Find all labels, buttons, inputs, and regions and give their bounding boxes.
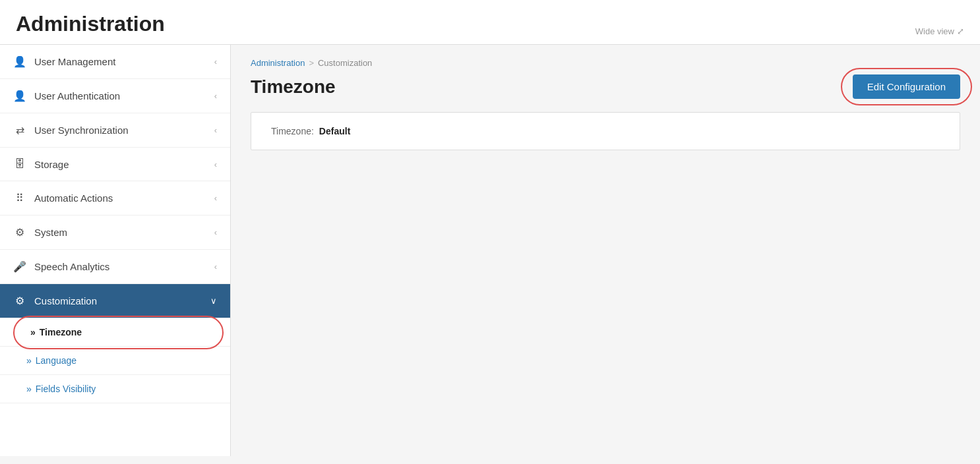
timezone-value: Default	[319, 126, 350, 136]
sub-item-wrapper-timezone: »Timezone	[0, 318, 230, 347]
sidebar-item-customization[interactable]: ⚙ Customization ∨	[0, 284, 230, 318]
sub-item-wrapper-fields-visibility: »Fields Visibility	[0, 375, 230, 403]
wide-view-label: Wide view	[915, 26, 954, 36]
storage-chevron: ‹	[214, 160, 217, 169]
sidebar-sub-item-timezone[interactable]: »Timezone	[0, 318, 230, 347]
sidebar-item-system[interactable]: ⚙ System ‹	[0, 216, 230, 250]
user-authentication-icon: 👤	[13, 90, 26, 102]
sidebar-item-automatic-actions[interactable]: ⠿ Automatic Actions ‹	[0, 181, 230, 216]
sidebar-label-customization: Customization	[34, 295, 97, 306]
automatic-actions-icon: ⠿	[13, 192, 26, 204]
sidebar: 👤 User Management ‹ 👤 User Authenticatio…	[0, 45, 231, 456]
timezone-card: Timezone: Default	[251, 112, 960, 150]
breadcrumb-separator: >	[309, 58, 314, 68]
sidebar-label-user-authentication: User Authentication	[34, 90, 120, 102]
user-authentication-chevron: ‹	[214, 91, 217, 101]
sidebar-item-speech-analytics[interactable]: 🎤 Speech Analytics ‹	[0, 250, 230, 284]
main-content: Administration > Customization Timezone …	[231, 45, 980, 456]
user-management-chevron: ‹	[214, 57, 217, 67]
sidebar-item-storage[interactable]: 🗄 Storage ‹	[0, 148, 230, 181]
sub-item-label-language: Language	[36, 355, 77, 366]
user-management-icon: 👤	[13, 55, 26, 68]
sidebar-label-speech-analytics: Speech Analytics	[34, 261, 109, 272]
sidebar-sub-item-language[interactable]: »Language	[0, 347, 230, 375]
sidebar-item-user-management[interactable]: 👤 User Management ‹	[0, 45, 230, 79]
storage-icon: 🗄	[13, 158, 26, 170]
sub-item-label-timezone: Timezone	[40, 327, 82, 337]
wide-view-button[interactable]: Wide view ⤢	[915, 26, 964, 36]
sub-item-chevron-timezone: »	[30, 327, 36, 337]
breadcrumb-parent[interactable]: Administration	[251, 58, 305, 68]
wide-view-icon: ⤢	[957, 26, 964, 36]
sidebar-label-system: System	[34, 227, 67, 238]
page-heading: Administration	[16, 12, 165, 36]
sidebar-label-user-management: User Management	[34, 56, 115, 67]
user-synchronization-chevron: ‹	[214, 125, 217, 135]
user-synchronization-icon: ⇄	[13, 124, 26, 136]
sub-item-wrapper-language: »Language	[0, 347, 230, 375]
speech-analytics-icon: 🎤	[13, 260, 26, 273]
speech-analytics-chevron: ‹	[214, 262, 217, 272]
sidebar-label-automatic-actions: Automatic Actions	[34, 192, 113, 204]
sub-item-label-fields-visibility: Fields Visibility	[36, 384, 96, 394]
sub-item-chevron-fields-visibility: »	[26, 384, 32, 394]
breadcrumb-current: Customization	[318, 58, 372, 68]
sidebar-sub-item-fields-visibility[interactable]: »Fields Visibility	[0, 375, 230, 403]
sub-item-chevron-language: »	[26, 355, 32, 366]
sidebar-item-user-authentication[interactable]: 👤 User Authentication ‹	[0, 79, 230, 113]
timezone-label: Timezone:	[271, 126, 314, 136]
sidebar-submenu-customization: »Timezone»Language»Fields Visibility	[0, 318, 230, 403]
sidebar-item-user-synchronization[interactable]: ⇄ User Synchronization ‹	[0, 113, 230, 148]
system-chevron: ‹	[214, 227, 217, 237]
edit-configuration-button[interactable]: Edit Configuration	[853, 74, 960, 99]
customization-icon: ⚙	[13, 295, 26, 307]
system-icon: ⚙	[13, 226, 26, 239]
breadcrumb: Administration > Customization	[251, 58, 960, 68]
edit-config-wrapper: Edit Configuration	[853, 74, 960, 99]
sidebar-label-storage: Storage	[34, 159, 69, 170]
automatic-actions-chevron: ‹	[214, 193, 217, 203]
customization-chevron: ∨	[210, 296, 217, 306]
page-title: Timezone	[251, 76, 336, 98]
sidebar-label-user-synchronization: User Synchronization	[34, 125, 129, 136]
